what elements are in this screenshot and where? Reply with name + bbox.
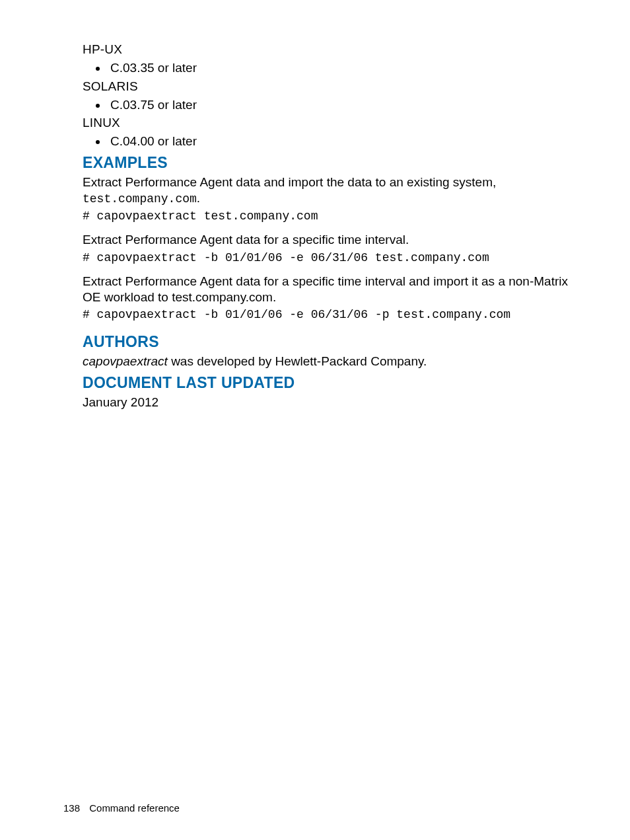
footer-section: Command reference bbox=[89, 802, 180, 814]
example1-intro-code: test.company.com bbox=[83, 192, 197, 206]
os-label-linux: LINUX bbox=[83, 116, 574, 130]
authors-rest: was developed by Hewlett-Packard Company… bbox=[168, 354, 427, 368]
example1-intro: Extract Performance Agent data and impor… bbox=[83, 174, 574, 207]
examples-heading: EXAMPLES bbox=[83, 154, 574, 172]
platform-hpux: HP-UX C.03.35 or later bbox=[83, 42, 574, 77]
version-item: C.04.00 or later bbox=[108, 133, 574, 150]
example3-intro: Extract Performance Agent data for a spe… bbox=[83, 274, 574, 306]
example2-intro: Extract Performance Agent data for a spe… bbox=[83, 232, 574, 248]
version-item: C.03.35 or later bbox=[108, 59, 574, 77]
platform-solaris: SOLARIS C.03.75 or later bbox=[83, 79, 574, 114]
page-content: HP-UX C.03.35 or later SOLARIS C.03.75 o… bbox=[0, 0, 630, 410]
version-list-hpux: C.03.35 or later bbox=[83, 59, 574, 77]
example1-command: # capovpaextract test.company.com bbox=[83, 210, 574, 223]
platform-linux: LINUX C.04.00 or later bbox=[83, 116, 574, 150]
example1-intro-text-a: Extract Performance Agent data and impor… bbox=[83, 175, 496, 189]
authors-heading: AUTHORS bbox=[83, 333, 574, 351]
page-number: 138 bbox=[63, 802, 80, 814]
example3-command: # capovpaextract -b 01/01/06 -e 06/31/06… bbox=[83, 308, 574, 321]
example1-intro-text-b: . bbox=[197, 191, 200, 205]
updated-heading: DOCUMENT LAST UPDATED bbox=[83, 374, 574, 392]
page-footer: 138 Command reference bbox=[63, 802, 180, 814]
version-list-solaris: C.03.75 or later bbox=[83, 96, 574, 114]
tool-name: capovpaextract bbox=[83, 354, 168, 368]
example2-command: # capovpaextract -b 01/01/06 -e 06/31/06… bbox=[83, 251, 574, 264]
os-label-solaris: SOLARIS bbox=[83, 79, 574, 94]
version-list-linux: C.04.00 or later bbox=[83, 133, 574, 150]
os-label-hpux: HP-UX bbox=[83, 42, 574, 57]
authors-text: capovpaextract was developed by Hewlett-… bbox=[83, 354, 574, 369]
updated-text: January 2012 bbox=[83, 395, 574, 410]
version-item: C.03.75 or later bbox=[108, 96, 574, 114]
